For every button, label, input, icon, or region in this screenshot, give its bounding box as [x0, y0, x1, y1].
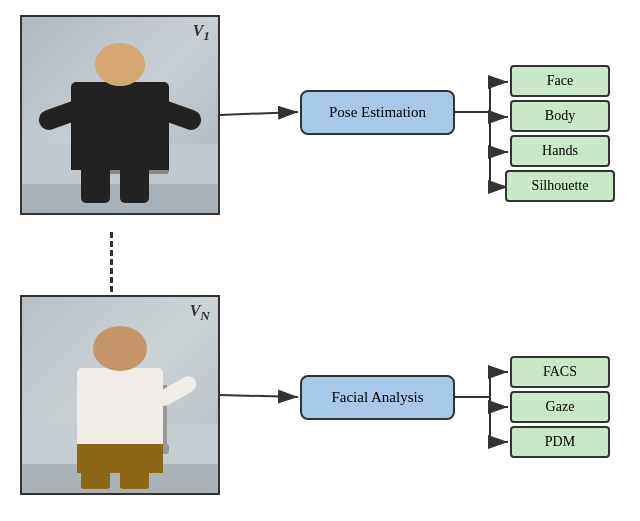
video-frame-n: VN: [20, 295, 220, 495]
output-face: Face: [510, 65, 610, 97]
pdm-label: PDM: [545, 434, 575, 450]
face-label: Face: [547, 73, 573, 89]
output-gaze: Gaze: [510, 391, 610, 423]
diagram: V1 VN: [0, 0, 640, 521]
dashed-separator: [110, 232, 113, 292]
output-pdm: PDM: [510, 426, 610, 458]
facs-label: FACS: [543, 364, 577, 380]
gaze-label: Gaze: [546, 399, 575, 415]
video1-label: V1: [193, 22, 210, 44]
pose-estimation-box: Pose Estimation: [300, 90, 455, 135]
hands-label: Hands: [542, 143, 578, 159]
videon-label: VN: [190, 302, 210, 324]
silhouette-label: Silhouette: [532, 178, 589, 194]
body-label: Body: [545, 108, 575, 124]
svg-line-1: [220, 112, 298, 115]
output-facs: FACS: [510, 356, 610, 388]
video-frame-1: V1: [20, 15, 220, 215]
svg-line-2: [220, 395, 298, 397]
output-hands: Hands: [510, 135, 610, 167]
facial-analysis-label: Facial Analysis: [331, 389, 423, 406]
facial-analysis-box: Facial Analysis: [300, 375, 455, 420]
output-body: Body: [510, 100, 610, 132]
output-silhouette: Silhouette: [505, 170, 615, 202]
pose-estimation-label: Pose Estimation: [329, 104, 426, 121]
